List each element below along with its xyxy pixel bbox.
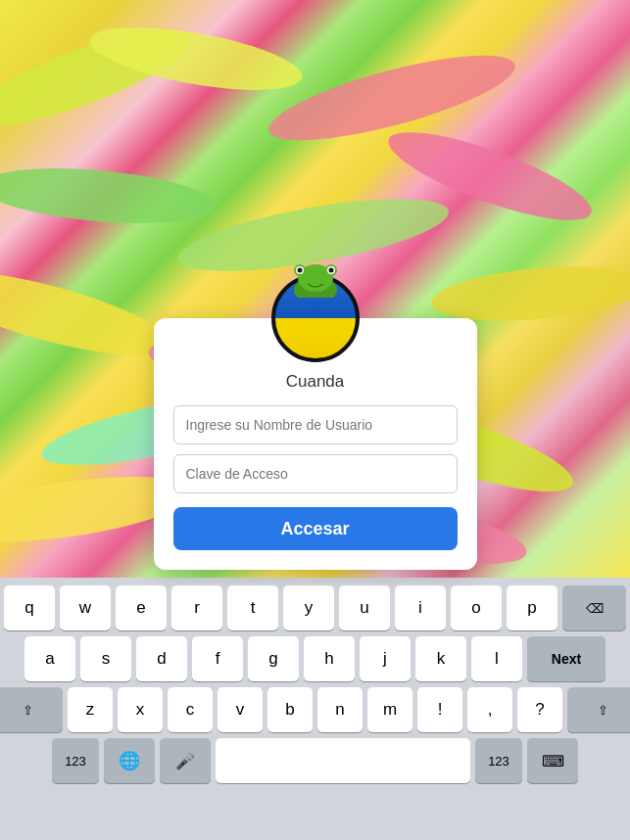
keyboard: q w e r t y u i o p ⌫ a s d f g h j k l …	[0, 578, 630, 840]
key-i[interactable]: i	[395, 585, 446, 630]
key-g[interactable]: g	[248, 636, 299, 681]
numbers-left-key[interactable]: 123	[52, 738, 99, 783]
key-d[interactable]: d	[136, 636, 187, 681]
space-key[interactable]	[216, 738, 470, 783]
shift-right-key[interactable]: ⇧	[567, 687, 630, 732]
key-j[interactable]: j	[360, 636, 411, 681]
login-modal: Cuanda Accesar	[154, 274, 477, 570]
key-h[interactable]: h	[304, 636, 355, 681]
accesar-button[interactable]: Accesar	[173, 507, 458, 550]
frog-icon	[286, 262, 345, 298]
key-t[interactable]: t	[227, 585, 278, 630]
key-comma[interactable]: ,	[467, 687, 512, 732]
key-exclamation[interactable]: !	[417, 687, 462, 732]
shift-left-key[interactable]: ⇧	[0, 687, 63, 732]
key-s[interactable]: s	[80, 636, 131, 681]
keyboard-row-4: 123 🌐 🎤 123 ⌨	[4, 738, 626, 783]
key-p[interactable]: p	[507, 585, 557, 630]
key-question[interactable]: ?	[517, 687, 562, 732]
keyboard-row-1: q w e r t y u i o p ⌫	[4, 585, 626, 630]
key-c[interactable]: c	[168, 687, 213, 732]
modal-title: Cuanda	[173, 372, 458, 392]
logo-circle	[271, 274, 360, 362]
key-o[interactable]: o	[451, 585, 502, 630]
key-u[interactable]: u	[339, 585, 390, 630]
mic-key[interactable]: 🎤	[160, 738, 211, 783]
svg-point-17	[297, 268, 302, 273]
password-input[interactable]	[173, 454, 458, 493]
key-n[interactable]: n	[317, 687, 363, 732]
key-x[interactable]: x	[118, 687, 163, 732]
numbers-right-key[interactable]: 123	[475, 738, 522, 783]
next-key[interactable]: Next	[527, 636, 606, 681]
key-r[interactable]: r	[171, 585, 222, 630]
backspace-key[interactable]: ⌫	[562, 585, 626, 630]
key-k[interactable]: k	[415, 636, 466, 681]
key-l[interactable]: l	[471, 636, 522, 681]
svg-point-20	[328, 268, 333, 273]
key-b[interactable]: b	[267, 687, 313, 732]
key-z[interactable]: z	[68, 687, 113, 732]
keyboard-dismiss-key[interactable]: ⌨	[527, 738, 578, 783]
globe-key[interactable]: 🌐	[104, 738, 155, 783]
username-input[interactable]	[173, 405, 458, 444]
key-w[interactable]: w	[60, 585, 111, 630]
keyboard-row-3: ⇧ z x c v b n m ! , ? ⇧	[4, 687, 626, 732]
keyboard-row-2: a s d f g h j k l Next	[4, 636, 626, 681]
key-m[interactable]: m	[367, 687, 412, 732]
key-q[interactable]: q	[4, 585, 55, 630]
key-y[interactable]: y	[283, 585, 334, 630]
key-v[interactable]: v	[218, 687, 263, 732]
key-e[interactable]: e	[116, 585, 167, 630]
key-a[interactable]: a	[24, 636, 75, 681]
key-f[interactable]: f	[192, 636, 243, 681]
svg-point-4	[0, 161, 218, 232]
